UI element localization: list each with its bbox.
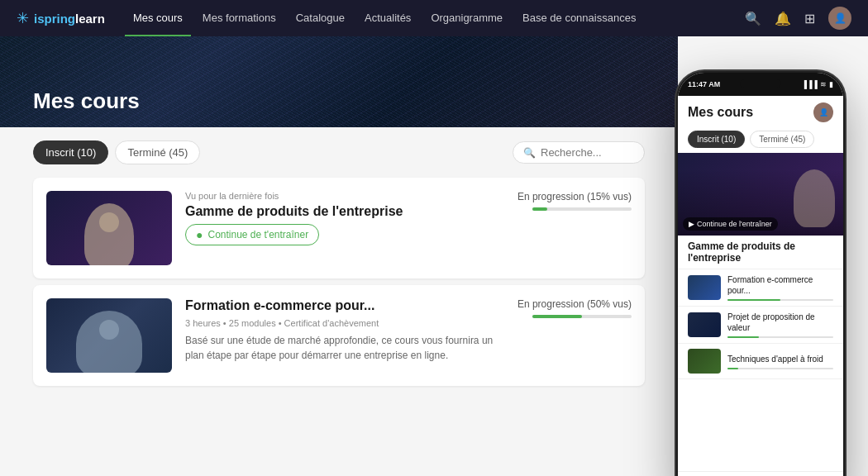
nav-link-organigramme[interactable]: Organigramme	[422, 0, 511, 36]
nav-link-actualites[interactable]: Actualités	[356, 0, 419, 36]
course-title-2: Formation e-commerce pour...	[185, 298, 503, 313]
page-title: Mes cours	[33, 88, 140, 114]
progress-section-1: En progression (15% vus)	[516, 191, 632, 211]
course-info-1: Vu pour la dernière fois Gamme de produi…	[185, 191, 503, 245]
search-icon: 🔍	[523, 147, 536, 159]
phone-item-info-3: Techniques d'appel à froid	[727, 354, 833, 369]
play-icon: ●	[196, 228, 203, 241]
search-icon[interactable]: 🔍	[745, 11, 761, 26]
phone-hero-course: ▶ Continue de l'entraîner	[678, 153, 843, 236]
continue-button-1[interactable]: ● Continue de t'entraîner	[185, 224, 319, 245]
phone-notch: 11:47 AM ▐▐▐ ≋ ▮	[678, 73, 843, 96]
bell-icon[interactable]: 🔔	[775, 11, 791, 26]
person-head-2	[99, 320, 119, 340]
phone-pill	[740, 79, 781, 88]
phone-mockup: 11:47 AM ▐▐▐ ≋ ▮ Mes cours 👤 Inscrit (10…	[678, 73, 843, 476]
phone-item-title-2: Projet de proposition de valeur	[727, 312, 833, 333]
signal-icon: ▐▐▐	[802, 80, 818, 88]
phone-status-icons: ▐▐▐ ≋ ▮	[802, 80, 833, 88]
grid-icon[interactable]: ⊞	[804, 11, 815, 26]
phone-tabs: Inscrit (10) Terminé (45)	[678, 127, 843, 153]
phone-item-fill-1	[727, 299, 780, 301]
nav-link-mes-cours[interactable]: Mes cours	[125, 0, 191, 36]
hero-banner: Mes cours	[0, 36, 678, 127]
hero-person	[794, 169, 835, 227]
phone-thumb-2	[688, 312, 721, 337]
nav-link-catalogue[interactable]: Catalogue	[288, 0, 353, 36]
phone-thumb-3	[688, 349, 721, 374]
phone-content: Mes cours 👤 Inscrit (10) Terminé (45) ▶ …	[678, 96, 843, 476]
course-thumbnail-2	[46, 298, 172, 373]
search-input[interactable]	[541, 146, 634, 159]
main-layout: Mes cours Inscrit (10) Terminé (45) 🔍	[0, 36, 868, 476]
progress-bar-1	[532, 207, 632, 211]
progress-fill-1	[532, 207, 547, 211]
tab-termine[interactable]: Terminé (45)	[115, 140, 200, 164]
phone-list-item-2[interactable]: Projet de proposition de valeur	[678, 307, 843, 344]
course-info-2: Formation e-commerce pour... 3 heures • …	[185, 298, 503, 363]
phone-list-item-3[interactable]: Techniques d'appel à froid	[678, 344, 843, 379]
phone-continue-overlay[interactable]: ▶ Continue de l'entraîner	[683, 217, 778, 231]
battery-icon: ▮	[829, 80, 833, 88]
phone-frame: 11:47 AM ▐▐▐ ≋ ▮ Mes cours 👤 Inscrit (10…	[678, 73, 843, 476]
phone-header: Mes cours 👤	[678, 96, 843, 127]
nav-actions: 🔍 🔔 ⊞ 👤	[745, 7, 851, 30]
tab-inscrit[interactable]: Inscrit (10)	[33, 140, 108, 164]
phone-item-progress-3	[727, 368, 833, 369]
progress-label-2: En progression (50% vus)	[517, 298, 632, 310]
logo-text: ispringlearn	[34, 12, 105, 26]
phone-item-fill-2	[727, 336, 759, 338]
phone-course-list: Formation e-commerce pour... Projet de p…	[678, 269, 843, 471]
person-head	[99, 212, 119, 232]
phone-thumb-1	[688, 275, 721, 300]
course-card-1: Vu pour la dernière fois Gamme de produi…	[33, 178, 645, 278]
phone-tab-inscrit[interactable]: Inscrit (10)	[688, 131, 745, 148]
phone-page-title: Mes cours	[688, 105, 753, 120]
phone-item-progress-2	[727, 336, 833, 338]
content-area: Inscrit (10) Terminé (45) 🔍 Vu pour la d…	[0, 127, 678, 406]
play-icon-phone: ▶	[689, 220, 694, 228]
progress-section-2: En progression (50% vus)	[516, 298, 632, 318]
logo-icon: ✳	[17, 9, 29, 27]
phone-hero-title: Gamme de produits de l'entreprise	[678, 236, 843, 269]
progress-label-1: En progression (15% vus)	[517, 191, 632, 202]
wifi-icon: ≋	[820, 80, 827, 88]
phone-time: 11:47 AM	[688, 80, 720, 88]
course-thumbnail-1	[46, 191, 172, 265]
nav-link-mes-formations[interactable]: Mes formations	[194, 0, 284, 36]
phone-item-info-1: Formation e-commerce pour...	[727, 274, 833, 301]
phone-item-fill-3	[727, 368, 738, 369]
phone-avatar[interactable]: 👤	[813, 102, 833, 122]
progress-bar-2	[532, 315, 632, 318]
phone-item-title-3: Techniques d'appel à froid	[727, 354, 833, 364]
user-avatar[interactable]: 👤	[828, 7, 851, 30]
navbar: ✳ ispringlearn Mes cours Mes formations …	[0, 0, 868, 36]
phone-list-item-1[interactable]: Formation e-commerce pour...	[678, 269, 843, 307]
logo[interactable]: ✳ ispringlearn	[17, 9, 105, 27]
phone-bottom-nav: ⊞ Mes cours ▤ Mes formations 🔔 Actualité…	[678, 471, 843, 476]
phone-tab-termine[interactable]: Terminé (45)	[750, 131, 814, 148]
progress-fill-2	[532, 315, 582, 318]
phone-item-progress-1	[727, 299, 833, 301]
left-panel: Mes cours Inscrit (10) Terminé (45) 🔍	[0, 36, 678, 476]
course-card-2: Formation e-commerce pour... 3 heures • …	[33, 285, 645, 386]
search-box[interactable]: 🔍	[513, 141, 645, 164]
course-title-1: Gamme de produits de l'entreprise	[185, 204, 503, 219]
nav-link-base[interactable]: Base de connaissances	[514, 0, 644, 36]
phone-item-title-1: Formation e-commerce pour...	[727, 274, 833, 296]
nav-links: Mes cours Mes formations Catalogue Actua…	[125, 0, 745, 36]
course-meta-2: 3 heures • 25 modules • Certificat d'ach…	[185, 318, 503, 328]
course-label-1: Vu pour la dernière fois	[185, 191, 503, 201]
course-desc-2: Basé sur une étude de marché approfondie…	[185, 333, 503, 363]
phone-item-info-2: Projet de proposition de valeur	[727, 312, 833, 338]
tabs-row: Inscrit (10) Terminé (45) 🔍	[33, 140, 645, 164]
